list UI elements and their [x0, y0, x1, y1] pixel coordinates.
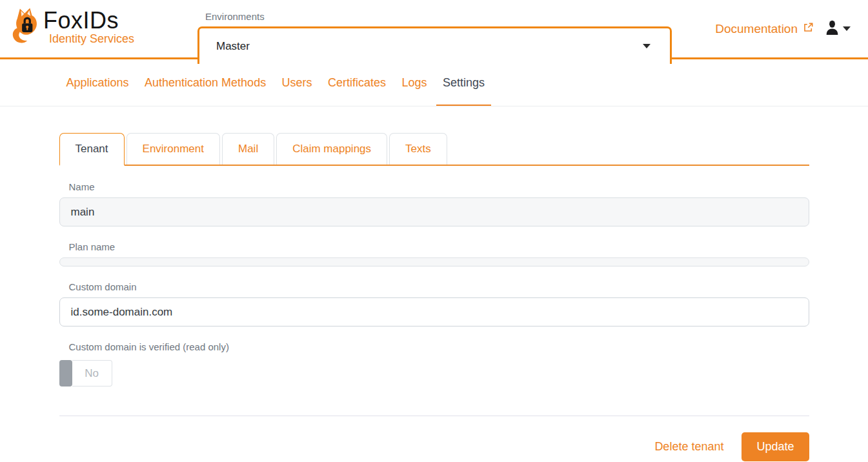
documentation-link[interactable]: Documentation	[715, 22, 814, 36]
app-header: FoxIDs Identity Services Environments Ma…	[0, 0, 868, 59]
plan-name-field	[59, 257, 809, 266]
custom-domain-input[interactable]	[59, 297, 809, 326]
nav-item-applications[interactable]: Applications	[60, 59, 136, 106]
settings-tabs: Tenant Environment Mail Claim mappings T…	[59, 133, 809, 166]
custom-domain-verified-label: Custom domain is verified (read only)	[59, 341, 809, 352]
documentation-label: Documentation	[715, 22, 798, 36]
account-menu[interactable]	[825, 19, 851, 38]
tenant-name-input	[59, 197, 809, 226]
delete-tenant-link[interactable]: Delete tenant	[654, 440, 723, 454]
update-button[interactable]: Update	[742, 432, 809, 461]
nav-item-users[interactable]: Users	[276, 59, 319, 106]
environment-select[interactable]: Master	[197, 26, 672, 64]
toggle-knob	[59, 360, 72, 387]
toggle-state-label: No	[72, 360, 112, 387]
nav-item-logs[interactable]: Logs	[396, 59, 434, 106]
brand[interactable]: FoxIDs Identity Services	[8, 7, 134, 48]
tab-texts[interactable]: Texts	[389, 133, 447, 165]
custom-domain-label: Custom domain	[59, 281, 809, 292]
tab-mail[interactable]: Mail	[222, 133, 274, 165]
chevron-down-icon	[843, 26, 851, 31]
name-label: Name	[59, 181, 809, 192]
custom-domain-verified-toggle: No	[59, 360, 112, 387]
chevron-down-icon	[643, 44, 651, 48]
environments-label: Environments	[205, 11, 265, 22]
tab-environment[interactable]: Environment	[126, 133, 220, 165]
nav-item-certificates[interactable]: Certificates	[321, 59, 392, 106]
brand-name: FoxIDs	[43, 7, 134, 34]
brand-tagline: Identity Services	[49, 32, 134, 46]
tab-tenant[interactable]: Tenant	[59, 133, 125, 166]
nav-item-settings[interactable]: Settings	[436, 59, 491, 106]
tenant-settings-panel: Name Plan name Custom domain Custom doma…	[59, 181, 809, 387]
nav-item-authentication-methods[interactable]: Authentication Methods	[138, 59, 272, 106]
main-nav: Applications Authentication Methods User…	[0, 59, 868, 106]
foxids-logo-icon	[8, 7, 42, 48]
plan-name-label: Plan name	[59, 241, 809, 252]
footer-divider	[59, 416, 809, 416]
tab-claim-mappings[interactable]: Claim mappings	[276, 133, 387, 165]
footer-actions: Delete tenant Update	[59, 432, 809, 461]
environment-selected-value: Master	[216, 40, 250, 53]
external-link-icon	[803, 22, 814, 36]
user-icon	[825, 19, 840, 38]
